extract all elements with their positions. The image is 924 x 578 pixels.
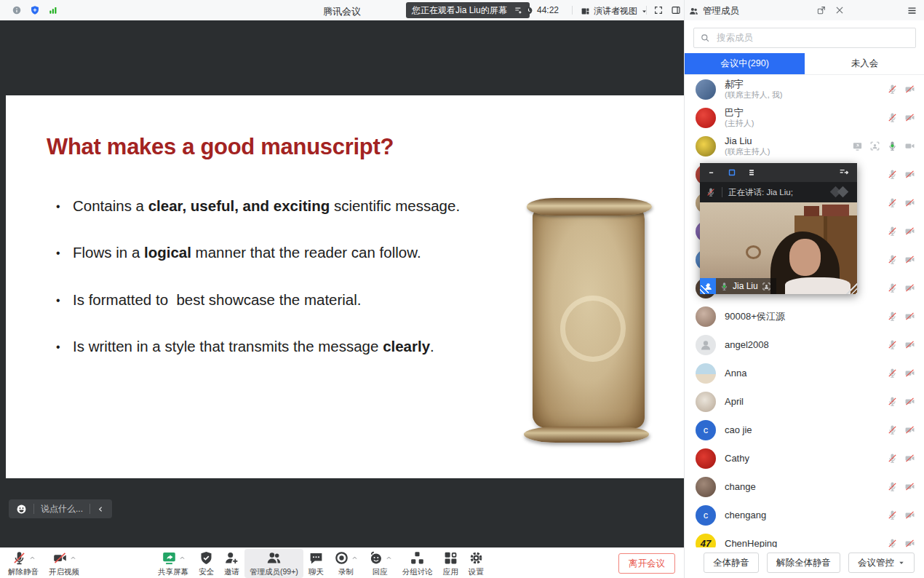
menu-icon[interactable] [907,5,917,16]
participant-row[interactable]: change [685,472,924,501]
search-input[interactable] [715,32,909,44]
sidebar-footer-button[interactable]: 会议管控 [848,553,915,573]
mic-muted-icon[interactable] [887,197,898,208]
spotlight-icon[interactable] [762,282,771,291]
minimize-icon[interactable] [707,167,717,178]
cam-muted-icon[interactable] [904,282,915,293]
share-small-icon[interactable] [852,140,863,151]
chevron-up-icon[interactable] [386,555,392,561]
toolbar-item[interactable]: 聊天 [303,549,329,578]
mic-muted-icon[interactable] [887,254,898,265]
mic-muted-icon[interactable] [887,396,898,407]
participant-row[interactable]: Cathy [685,444,924,472]
cam-muted-icon[interactable] [904,538,915,547]
cam-muted-icon[interactable] [904,112,915,123]
info-icon[interactable] [12,5,22,15]
participant-name: Jia Liu [725,135,843,146]
chevron-up-icon[interactable] [29,555,36,561]
mic-muted-icon[interactable] [887,339,898,350]
mic-muted-icon[interactable] [887,424,898,435]
cam-muted-icon[interactable] [904,453,915,464]
list-switch-icon[interactable] [514,5,524,15]
participant-row[interactable]: 90008+侯江源 [685,302,924,330]
view-mode-dropdown[interactable]: 演讲者视图 [581,5,648,17]
mic-muted-icon[interactable] [887,368,898,379]
cam-muted-icon[interactable] [904,169,915,180]
participant-row[interactable]: 郝宇 (联席主持人, 我) [685,75,924,103]
participant-row[interactable]: c chengang [685,501,924,529]
toolbar-item[interactable]: 解除静音 [3,549,44,578]
mic-muted-icon[interactable] [887,510,898,520]
toolbar-item[interactable]: 设置 [463,549,489,578]
mic-on-icon[interactable] [887,140,898,151]
mic-muted-icon[interactable] [887,112,898,123]
toolbar-item[interactable]: 共享屏幕 [153,549,194,578]
mic-muted-icon[interactable] [887,226,898,237]
participant-row[interactable]: angel2008 [685,330,924,359]
toolbar-item[interactable]: 邀请 [219,549,244,578]
mic-muted-icon[interactable] [887,169,898,180]
participant-row[interactable]: 47 ChenHeping [685,529,924,547]
participant-row[interactable]: Jia Liu (联席主持人) [685,132,924,160]
leave-meeting-button[interactable]: 离开会议 [618,553,675,574]
emoji-icon[interactable] [16,504,27,515]
toolbar-item[interactable]: 开启视频 [44,549,84,578]
shield-icon[interactable] [30,5,40,15]
fullscreen-icon[interactable] [653,5,664,15]
mic-muted-icon[interactable] [887,481,898,492]
toolbar-item[interactable]: 回应 [363,549,397,578]
spotlight-icon[interactable] [869,140,880,151]
cam-muted-icon[interactable] [904,311,915,322]
watching-banner[interactable]: 您正在观看Jia Liu的屏幕 [406,2,530,18]
slide-bullet: Is formatted to best showcase the materi… [49,290,362,309]
collapse-left-icon[interactable] [97,505,105,513]
toolbar-item[interactable]: 分组讨论 [397,549,438,578]
side-panel-icon[interactable] [671,5,681,15]
cam-muted-icon[interactable] [904,84,915,95]
cam-muted-icon[interactable] [904,368,915,379]
member-filter-tab[interactable]: 未入会 [805,53,924,74]
video-window-titlebar[interactable] [700,163,857,182]
network-signal-icon[interactable] [48,5,58,15]
mic-muted-icon[interactable] [887,453,898,464]
toolbar-item[interactable]: 安全 [194,549,219,578]
toolbar-item[interactable]: 录制 [329,549,363,578]
toolbar-item[interactable]: 管理成员(99+) [244,549,303,578]
participant-row[interactable]: April [685,387,924,416]
toolbar-item-label: 开启视频 [49,567,79,577]
popout-icon[interactable] [816,5,827,15]
list-view-icon[interactable] [746,167,757,178]
dock-panel-icon[interactable] [838,167,850,178]
sidebar-footer-button[interactable]: 全体静音 [704,553,759,573]
cam-muted-icon[interactable] [904,254,915,265]
window-mode-icon[interactable] [727,167,737,178]
member-filter-tab[interactable]: 会议中(290) [685,53,805,74]
cam-muted-icon[interactable] [904,424,915,435]
participant-name: 郝宇 [725,79,878,90]
search-box[interactable] [693,28,916,48]
toolbar-item[interactable]: 应用 [438,549,463,578]
mic-muted-icon[interactable] [887,311,898,322]
participant-row[interactable]: c cao jie [685,416,924,444]
participant-row[interactable]: 巴宁 (主持人) [685,103,924,132]
mic-muted-icon[interactable] [887,84,898,95]
chat-placeholder[interactable]: 说点什么... [41,503,83,515]
participant-row[interactable]: Anna [685,359,924,387]
chevron-up-icon[interactable] [351,555,358,561]
quick-chat-pill[interactable]: 说点什么... [9,499,112,518]
cam-muted-icon[interactable] [904,226,915,237]
cam-muted-icon[interactable] [904,339,915,350]
cam-icon[interactable] [904,140,915,151]
cam-muted-icon[interactable] [904,396,915,407]
mic-muted-icon[interactable] [887,282,898,293]
floating-video-window[interactable]: 正在讲话: Jia Liu; Jia Liu [700,163,857,294]
cam-muted-icon[interactable] [904,197,915,208]
chevron-up-icon[interactable] [70,555,76,561]
cam-muted-icon[interactable] [904,510,915,520]
cam-muted-icon[interactable] [904,481,915,492]
view-mode-label: 演讲者视图 [594,5,637,17]
mic-muted-icon[interactable] [887,538,898,547]
chevron-up-icon[interactable] [179,555,186,561]
sidebar-footer-button[interactable]: 解除全体静音 [767,553,840,573]
close-panel-icon[interactable] [835,5,845,15]
